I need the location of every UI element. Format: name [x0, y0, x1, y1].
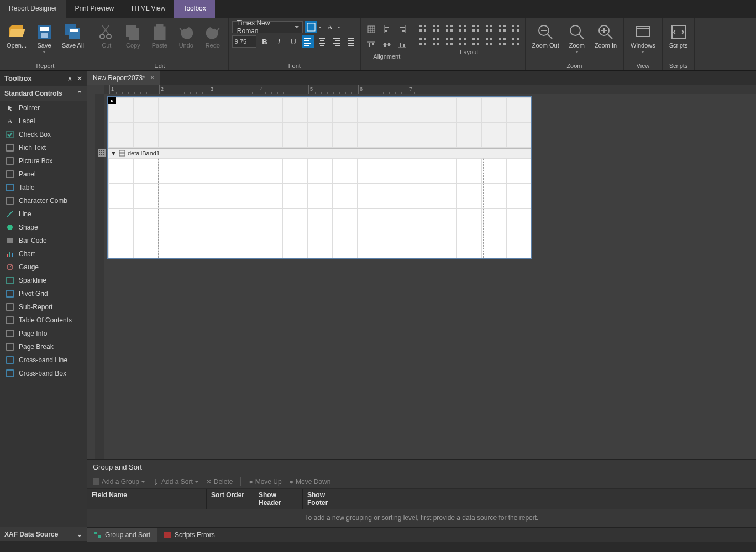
align-right-button[interactable] — [330, 35, 343, 48]
toolbox-item-crossbandline[interactable]: Cross-band Line — [0, 353, 87, 367]
report-page[interactable]: ▸ ▼ detailBand1 — [107, 96, 532, 259]
tab-report-designer[interactable]: Report Designer — [0, 0, 66, 18]
close-icon[interactable]: ✕ — [77, 75, 82, 82]
toolbox-item-label[interactable]: ALabel — [0, 114, 87, 128]
subreport-icon — [6, 303, 14, 311]
toolbox-item-checkbox[interactable]: Check Box — [0, 128, 87, 141]
toolbox-section-xaf[interactable]: XAF Data Source ⌄ — [0, 527, 87, 542]
tab-print-preview[interactable]: Print Preview — [66, 0, 123, 18]
layout-btn-1[interactable] — [430, 22, 442, 34]
toolbox-item-line[interactable]: Line — [0, 207, 87, 221]
copy-button[interactable]: Copy — [121, 21, 145, 51]
scripts-button[interactable]: Scripts — [666, 21, 691, 51]
toolbox-item-picturebox[interactable]: Picture Box — [0, 154, 87, 168]
open-button[interactable]: Open... — [3, 21, 30, 51]
layout-btn-13[interactable] — [483, 35, 495, 48]
move-up-button[interactable]: ● Move Up — [249, 478, 281, 486]
font-letter-button[interactable]: A — [324, 21, 340, 33]
move-down-button[interactable]: ● Move Down — [290, 478, 331, 486]
close-icon[interactable]: ✕ — [150, 74, 155, 81]
toolbox-item-pointer[interactable]: Pointer — [0, 101, 87, 114]
align-top-edges-button[interactable] — [364, 38, 379, 52]
toolbox-item-pagebreak[interactable]: Page Break — [0, 340, 87, 353]
layout-btn-0[interactable] — [417, 22, 429, 34]
tab-html-view[interactable]: HTML View — [123, 0, 174, 18]
layout-btn-10[interactable] — [443, 35, 455, 48]
cut-button[interactable]: Cut — [95, 21, 119, 51]
layout-btn-6[interactable] — [496, 22, 508, 34]
chevron-down-icon — [295, 26, 299, 28]
font-family-select[interactable]: Times New Roman — [232, 21, 303, 33]
toolbox-item-gauge[interactable]: Gauge — [0, 261, 87, 274]
design-canvas[interactable]: 1234567 ▸ ▼ d — [87, 85, 756, 459]
paste-button[interactable]: Paste — [148, 21, 172, 51]
toolbox-item-pageinfo[interactable]: Page Info — [0, 327, 87, 340]
layout-btn-11[interactable] — [456, 35, 469, 48]
delete-button[interactable]: ✕ Delete — [206, 478, 233, 486]
layout-btn-14[interactable] — [496, 35, 508, 48]
add-group-button[interactable]: Add a Group — [93, 478, 145, 486]
toolbox-item-richtext[interactable]: Rich Text — [0, 141, 87, 154]
toolbox-item-table[interactable]: Table — [0, 181, 87, 194]
font-size-select[interactable]: 9.75 — [232, 35, 256, 48]
align-middle-button[interactable] — [380, 38, 394, 52]
layout-btn-3[interactable] — [456, 22, 469, 34]
toolbox-item-charcomb[interactable]: Character Comb — [0, 194, 87, 207]
layout-btn-5[interactable] — [483, 22, 495, 34]
document-tab[interactable]: New Report2073* ✕ — [87, 71, 160, 85]
group-label-font: Font — [232, 61, 357, 70]
windows-button[interactable]: Windows — [627, 21, 659, 55]
redo-button[interactable]: Redo — [201, 21, 225, 51]
toolbox-item-toc[interactable]: Table Of Contents — [0, 314, 87, 327]
layout-btn-9[interactable] — [430, 35, 442, 48]
align-to-grid-button[interactable] — [364, 22, 379, 37]
align-left-button[interactable] — [302, 35, 314, 48]
zoom-button[interactable]: Zoom — [565, 21, 589, 55]
toolbox-item-subreport[interactable]: Sub-Report — [0, 300, 87, 314]
layout-btn-8[interactable] — [417, 35, 429, 48]
layout-btn-15[interactable] — [510, 35, 522, 48]
bottom-tab-group-sort[interactable]: Group and Sort — [87, 528, 157, 542]
zoom-in-button[interactable]: Zoom In — [591, 21, 620, 51]
band-drag-handle[interactable] — [98, 149, 106, 157]
align-bottom-edges-button[interactable] — [395, 38, 410, 52]
group-label-scripts: Scripts — [666, 61, 691, 70]
col-sort-order[interactable]: Sort Order — [207, 489, 254, 509]
toolbox-item-chart[interactable]: Chart — [0, 247, 87, 261]
band-splitter[interactable]: ▼ detailBand1 — [108, 148, 531, 158]
italic-button[interactable]: I — [273, 35, 285, 48]
layout-btn-7[interactable] — [510, 22, 522, 34]
layout-btn-12[interactable] — [470, 35, 482, 48]
top-margin-band[interactable]: ▸ — [108, 97, 531, 148]
underline-button[interactable]: U — [287, 35, 300, 48]
zoom-out-button[interactable]: Zoom Out — [529, 21, 563, 51]
align-center-button[interactable] — [316, 35, 328, 48]
layout-btn-2[interactable] — [443, 22, 455, 34]
toolbox-item-panel[interactable]: Panel — [0, 168, 87, 181]
tab-toolbox[interactable]: Toolbox — [174, 0, 214, 18]
col-show-header[interactable]: Show Header — [254, 489, 303, 509]
svg-rect-59 — [424, 43, 426, 45]
bottom-tab-scripts-errors[interactable]: Scripts Errors — [157, 528, 222, 542]
pin-icon[interactable]: ⊼ — [67, 75, 72, 82]
toolbox-item-shape[interactable]: Shape — [0, 221, 87, 234]
detail-band[interactable] — [108, 158, 531, 258]
forecolor-button[interactable] — [305, 21, 322, 33]
align-justify-button[interactable] — [345, 35, 357, 48]
toolbox-section-standard[interactable]: Standard Controls ⌃ — [0, 86, 87, 101]
toolbox-item-barcode[interactable]: Bar Code — [0, 234, 87, 247]
save-button[interactable]: Save — [32, 21, 56, 55]
add-sort-button[interactable]: Add a Sort — [153, 478, 198, 486]
toolbox-item-crossbandbox[interactable]: Cross-band Box — [0, 367, 87, 380]
toolbox-item-sparkline[interactable]: Sparkline — [0, 274, 87, 287]
col-show-footer[interactable]: Show Footer — [303, 489, 351, 509]
layout-btn-4[interactable] — [470, 22, 482, 34]
toolbox-item-pivotgrid[interactable]: Pivot Grid — [0, 287, 87, 300]
col-field-name[interactable]: Field Name — [87, 489, 207, 509]
undo-button[interactable]: Undo — [174, 21, 198, 51]
align-right-edges-button[interactable] — [395, 22, 410, 37]
band-expand-icon[interactable]: ▸ — [108, 97, 116, 104]
align-left-edges-button[interactable] — [380, 22, 394, 37]
bold-button[interactable]: B — [259, 35, 271, 48]
save-all-button[interactable]: Save All — [59, 21, 87, 51]
